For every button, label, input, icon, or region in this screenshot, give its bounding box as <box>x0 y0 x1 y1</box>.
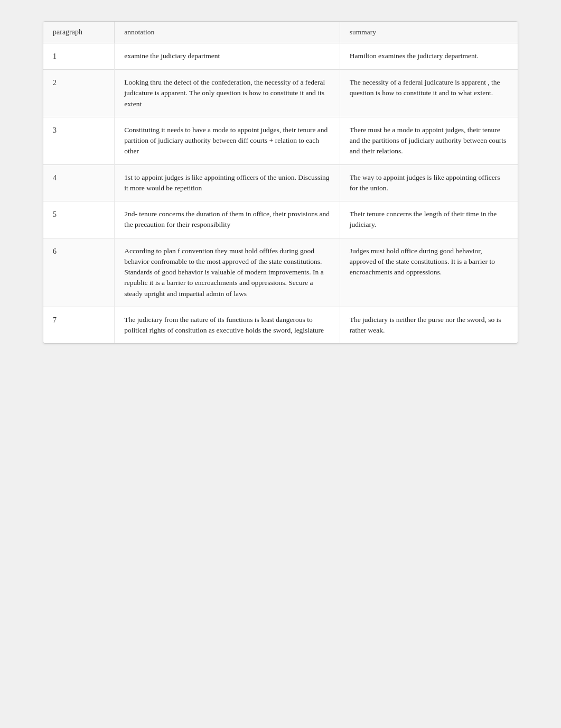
table-row: 2Looking thru the defect of the confeder… <box>43 70 518 117</box>
table-row: 3Constituting it needs to have a mode to… <box>43 117 518 164</box>
cell-annotation: Constituting it needs to have a mode to … <box>115 117 340 164</box>
cell-annotation: According to plan f convention they must… <box>115 238 340 307</box>
table-row: 1examine the judiciary departmentHamilto… <box>43 43 518 70</box>
header-annotation: annotation <box>115 22 340 43</box>
table-row: 41st to appoint judges is like appointin… <box>43 164 518 201</box>
header-summary: summary <box>340 22 518 43</box>
cell-paragraph: 5 <box>43 201 115 238</box>
cell-annotation: 2nd- tenure concerns the duration of the… <box>115 201 340 238</box>
table-row: 52nd- tenure concerns the duration of th… <box>43 201 518 238</box>
data-table: paragraph annotation summary 1examine th… <box>43 22 518 343</box>
cell-summary: Hamilton examines the judiciary departme… <box>340 43 518 70</box>
header-paragraph: paragraph <box>43 22 115 43</box>
cell-paragraph: 1 <box>43 43 115 70</box>
cell-summary: There must be a mode to appoint judges, … <box>340 117 518 164</box>
cell-summary: The judiciary is neither the purse nor t… <box>340 307 518 343</box>
cell-annotation: 1st to appoint judges is like appointing… <box>115 164 340 201</box>
cell-paragraph: 3 <box>43 117 115 164</box>
table-row: 6According to plan f convention they mus… <box>43 238 518 307</box>
cell-paragraph: 4 <box>43 164 115 201</box>
cell-summary: Judges must hold office during good beha… <box>340 238 518 307</box>
cell-annotation: examine the judiciary department <box>115 43 340 70</box>
table-row: 7The judiciary from the nature of its fu… <box>43 307 518 343</box>
cell-paragraph: 6 <box>43 238 115 307</box>
cell-summary: The necessity of a federal judicature is… <box>340 70 518 117</box>
cell-annotation: The judiciary from the nature of its fun… <box>115 307 340 343</box>
main-table-container: paragraph annotation summary 1examine th… <box>43 21 518 344</box>
table-header-row: paragraph annotation summary <box>43 22 518 43</box>
cell-annotation: Looking thru the defect of the confedera… <box>115 70 340 117</box>
cell-summary: The way to appoint judges is like appoin… <box>340 164 518 201</box>
cell-paragraph: 7 <box>43 307 115 343</box>
cell-paragraph: 2 <box>43 70 115 117</box>
cell-summary: Their tenure concerns the length of thei… <box>340 201 518 238</box>
